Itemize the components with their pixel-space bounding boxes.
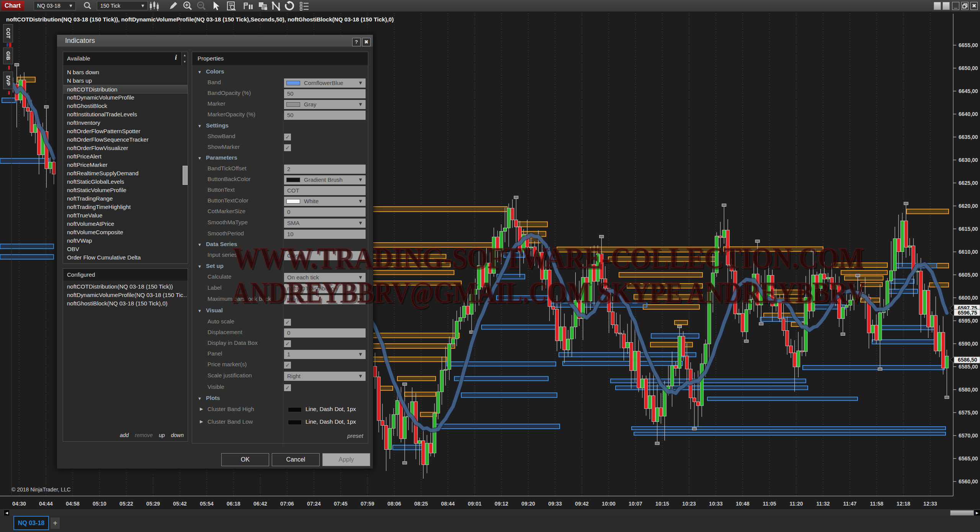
svg-text:05:42: 05:42 bbox=[173, 501, 187, 507]
svg-text:12:18: 12:18 bbox=[897, 501, 910, 507]
svg-text:6565,00: 6565,00 bbox=[959, 455, 978, 462]
svg-text:04:30: 04:30 bbox=[12, 501, 26, 507]
svg-text:6645,00: 6645,00 bbox=[959, 88, 978, 94]
svg-text:06:18: 06:18 bbox=[227, 501, 240, 507]
svg-text:09:12: 09:12 bbox=[495, 501, 508, 507]
svg-text:08:44: 08:44 bbox=[441, 501, 455, 507]
svg-text:6570,00: 6570,00 bbox=[959, 432, 978, 439]
svg-text:05:29: 05:29 bbox=[146, 501, 160, 507]
svg-text:6595,00: 6595,00 bbox=[959, 318, 978, 324]
svg-text:6650,00: 6650,00 bbox=[959, 65, 978, 71]
svg-text:6625,00: 6625,00 bbox=[959, 180, 978, 186]
svg-text:6610,00: 6610,00 bbox=[959, 249, 978, 255]
svg-text:6586,50: 6586,50 bbox=[958, 357, 977, 363]
svg-text:06:42: 06:42 bbox=[253, 501, 267, 507]
svg-text:6605,00: 6605,00 bbox=[959, 272, 978, 278]
svg-text:6590,00: 6590,00 bbox=[959, 341, 978, 347]
svg-text:05:54: 05:54 bbox=[200, 501, 214, 507]
svg-text:09:01: 09:01 bbox=[468, 501, 482, 507]
svg-text:11:20: 11:20 bbox=[789, 501, 803, 507]
svg-text:10:07: 10:07 bbox=[629, 501, 642, 507]
svg-text:6630,00: 6630,00 bbox=[959, 157, 978, 163]
svg-text:09:20: 09:20 bbox=[521, 501, 535, 507]
svg-text:6560,00: 6560,00 bbox=[959, 478, 978, 485]
svg-text:11:47: 11:47 bbox=[843, 501, 856, 507]
svg-text:11:58: 11:58 bbox=[870, 501, 883, 507]
svg-text:6580,00: 6580,00 bbox=[959, 387, 978, 393]
svg-text:08:06: 08:06 bbox=[387, 501, 401, 507]
svg-text:09:42: 09:42 bbox=[575, 501, 589, 507]
svg-text:10:23: 10:23 bbox=[682, 501, 696, 507]
svg-text:05:10: 05:10 bbox=[93, 501, 106, 507]
svg-text:6575,00: 6575,00 bbox=[959, 410, 978, 416]
svg-text:07:06: 07:06 bbox=[280, 501, 294, 507]
svg-text:12:33: 12:33 bbox=[923, 501, 937, 507]
svg-text:11:05: 11:05 bbox=[763, 501, 776, 507]
svg-text:6655,00: 6655,00 bbox=[959, 42, 978, 48]
svg-text:07:45: 07:45 bbox=[334, 501, 348, 507]
svg-text:6640,00: 6640,00 bbox=[959, 111, 978, 117]
svg-text:11:32: 11:32 bbox=[816, 501, 830, 507]
svg-text:10:00: 10:00 bbox=[602, 501, 616, 507]
svg-text:6585,00: 6585,00 bbox=[959, 364, 978, 370]
svg-text:07:59: 07:59 bbox=[361, 501, 374, 507]
svg-text:6635,00: 6635,00 bbox=[959, 134, 978, 140]
svg-text:04:58: 04:58 bbox=[66, 501, 80, 507]
svg-text:6600,00: 6600,00 bbox=[959, 295, 978, 301]
svg-text:10:48: 10:48 bbox=[736, 501, 750, 507]
svg-text:05:22: 05:22 bbox=[119, 501, 133, 507]
svg-text:04:44: 04:44 bbox=[39, 501, 53, 507]
svg-text:09:33: 09:33 bbox=[548, 501, 562, 507]
svg-text:10:33: 10:33 bbox=[709, 501, 723, 507]
svg-text:08:25: 08:25 bbox=[414, 501, 428, 507]
svg-text:07:24: 07:24 bbox=[307, 501, 321, 507]
svg-text:10:15: 10:15 bbox=[655, 501, 669, 507]
svg-text:6596,75: 6596,75 bbox=[958, 310, 977, 316]
svg-text:6615,00: 6615,00 bbox=[959, 226, 978, 232]
svg-text:6620,00: 6620,00 bbox=[959, 203, 978, 209]
